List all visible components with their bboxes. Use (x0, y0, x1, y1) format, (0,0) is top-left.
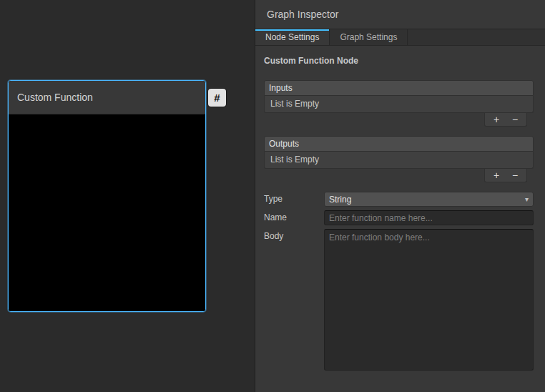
tab-bar-filler (408, 29, 545, 45)
inputs-remove-button[interactable]: − (506, 114, 524, 125)
inspector-header[interactable]: Graph Inspector (255, 0, 545, 29)
name-field-row: Name (264, 210, 534, 225)
type-dropdown-value: String (329, 195, 351, 205)
body-field-row: Body (264, 229, 534, 371)
graph-inspector-panel: Graph Inspector Node Settings Graph Sett… (255, 0, 545, 392)
outputs-add-button[interactable]: + (487, 170, 506, 181)
outputs-list-footer: + − (484, 169, 527, 182)
tab-node-settings[interactable]: Node Settings (255, 29, 330, 45)
body-textarea[interactable] (324, 229, 534, 371)
name-input[interactable] (324, 210, 534, 225)
inputs-list-footer: + − (484, 113, 527, 127)
graph-canvas[interactable]: Custom Function # (0, 0, 255, 392)
type-field-row: Type String ▾ (264, 192, 534, 207)
custom-function-node[interactable]: Custom Function (8, 80, 206, 312)
inputs-list-header[interactable]: Inputs (264, 80, 534, 96)
shader-graph-window: Custom Function # Graph Inspector Node S… (0, 0, 545, 392)
node-title: Custom Function (9, 81, 205, 114)
outputs-remove-button[interactable]: − (506, 170, 524, 181)
type-label: Type (264, 192, 324, 207)
body-label: Body (264, 229, 324, 244)
type-dropdown[interactable]: String ▾ (324, 192, 534, 207)
tab-graph-settings[interactable]: Graph Settings (330, 29, 408, 45)
node-hash-badge[interactable]: # (208, 89, 226, 107)
tab-bar: Node Settings Graph Settings (255, 29, 545, 46)
section-title: Custom Function Node (264, 56, 536, 66)
chevron-down-icon: ▾ (525, 195, 529, 203)
inputs-empty-row: List is Empty (264, 96, 534, 113)
inspector-title: Graph Inspector (267, 9, 338, 20)
inputs-add-button[interactable]: + (487, 114, 506, 125)
outputs-list-header[interactable]: Outputs (264, 136, 534, 152)
name-label: Name (264, 210, 324, 225)
inputs-list: Inputs List is Empty + − (264, 80, 534, 127)
outputs-list: Outputs List is Empty + − (264, 136, 534, 182)
node-preview-area (9, 114, 205, 311)
outputs-empty-row: List is Empty (264, 152, 534, 169)
